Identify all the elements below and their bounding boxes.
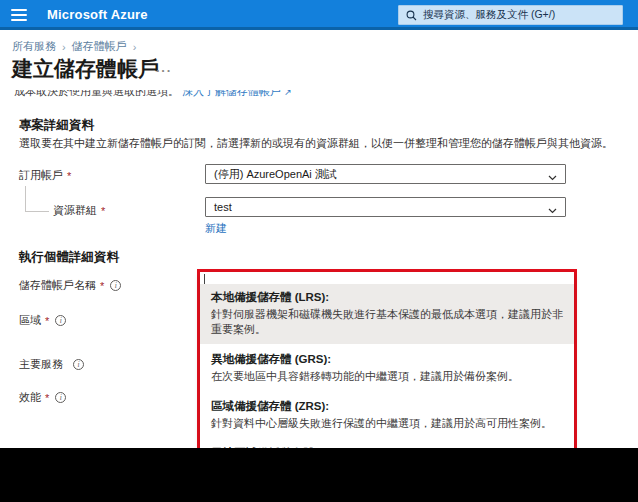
hamburger-menu-icon[interactable] — [11, 9, 27, 21]
search-placeholder: 搜尋資源、服務及文件 (G+/) — [423, 8, 555, 22]
info-icon[interactable]: i — [55, 315, 66, 326]
option-description: 在次要地區中具容錯移轉功能的中繼選項，建議用於備份案例。 — [211, 369, 563, 384]
breadcrumb-storage-accounts[interactable]: 儲存體帳戶 — [72, 39, 127, 54]
field-connector-line — [25, 186, 26, 211]
project-details-heading: 專案詳細資料 — [19, 117, 94, 134]
subscription-dropdown[interactable]: (停用) AzureOpenAi 測試 — [205, 164, 566, 184]
redundancy-option-zrs[interactable]: 區域備援儲存體 (ZRS): 針對資料中心層級失敗進行保護的中繼選項，建議用於高… — [200, 393, 574, 438]
search-icon — [406, 10, 417, 21]
info-icon[interactable]: i — [73, 359, 84, 370]
option-description: 針對資料中心層級失敗進行保護的中繼選項，建議用於高可用性案例。 — [211, 416, 563, 431]
chevron-down-icon — [548, 204, 557, 216]
resource-group-label: 資源群組 * — [53, 203, 105, 218]
azure-logo[interactable]: Microsoft Azure — [47, 7, 148, 22]
region-label: 區域 * i — [19, 313, 66, 328]
project-details-description: 選取要在其中建立新儲存體帳戶的訂閱，請選擇新的或現有的資源群組，以便一併整理和管… — [19, 136, 619, 150]
required-asterisk: * — [45, 315, 49, 327]
subscription-value: (停用) AzureOpenAi 測試 — [214, 167, 337, 182]
option-description: 針對伺服器機架和磁碟機失敗進行基本保護的最低成本選項，建議用於非重要案例。 — [211, 307, 563, 337]
subscription-label: 訂用帳戶 * — [19, 168, 71, 183]
red-annotation-box: 本地備援儲存體 (LRS): 針對伺服器機架和磁碟機失敗進行基本保護的最低成本選… — [197, 269, 577, 459]
required-asterisk: * — [100, 280, 104, 292]
resource-group-value: test — [214, 201, 232, 213]
learn-more-link[interactable]: 深入了解儲存體帳戶 — [182, 90, 281, 97]
page-title: 建立儲存體帳戶 — [12, 55, 159, 83]
required-asterisk: * — [101, 205, 105, 217]
resource-group-dropdown[interactable]: test — [205, 197, 566, 217]
letterbox-black-bar — [0, 448, 638, 502]
option-title: 本地備援儲存體 (LRS): — [211, 290, 563, 305]
breadcrumb-separator-icon: › — [62, 41, 66, 53]
chevron-down-icon — [548, 171, 557, 183]
required-asterisk: * — [45, 392, 49, 404]
required-asterisk: * — [67, 170, 71, 182]
redundancy-option-lrs[interactable]: 本地備援儲存體 (LRS): 針對伺服器機架和磁碟機失敗進行基本保護的最低成本選… — [200, 284, 574, 344]
info-icon[interactable]: i — [110, 280, 121, 291]
breadcrumb-all-services[interactable]: 所有服務 — [12, 39, 56, 54]
external-link-icon: ↗ — [284, 90, 292, 97]
intro-text: 成本取決於使用量與選取的選項。 — [14, 90, 179, 97]
redundancy-dropdown-flyout: 本地備援儲存體 (LRS): 針對伺服器機架和磁碟機失敗進行基本保護的最低成本選… — [200, 272, 574, 456]
text-cursor — [204, 274, 205, 284]
primary-service-label: 主要服務 i — [19, 357, 84, 372]
storage-account-name-label: 儲存體帳戶名稱 * i — [19, 278, 121, 293]
create-new-resource-group-link[interactable]: 新建 — [205, 221, 227, 236]
performance-label: 效能 * i — [19, 390, 66, 405]
info-icon[interactable]: i — [55, 392, 66, 403]
global-search-input[interactable]: 搜尋資源、服務及文件 (G+/) — [398, 5, 623, 25]
option-title: 異地備援儲存體 (GRS): — [211, 352, 563, 367]
option-title: 區域備援儲存體 (ZRS): — [211, 399, 563, 414]
instance-details-heading: 執行個體詳細資料 — [19, 249, 119, 266]
title-more-menu[interactable]: ··· — [156, 63, 172, 78]
breadcrumb-separator-icon: › — [133, 41, 137, 53]
intro-text-clipped: 成本取決於使用量與選取的選項。 深入了解儲存體帳戶 ↗ — [14, 90, 374, 99]
azure-top-bar: Microsoft Azure 搜尋資源、服務及文件 (G+/) — [0, 0, 638, 30]
breadcrumb: 所有服務 › 儲存體帳戶 › — [12, 39, 136, 54]
field-connector-line — [25, 211, 49, 212]
redundancy-option-grs[interactable]: 異地備援儲存體 (GRS): 在次要地區中具容錯移轉功能的中繼選項，建議用於備份… — [200, 346, 574, 391]
